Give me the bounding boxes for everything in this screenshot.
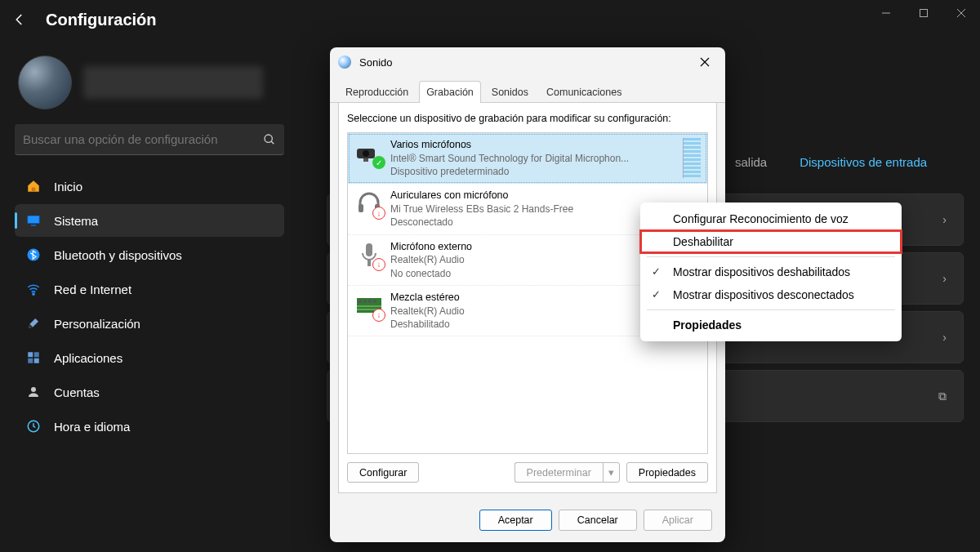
nav-cuentas[interactable]: Cuentas — [15, 376, 284, 408]
svg-rect-11 — [34, 352, 39, 357]
apply-button[interactable]: Aplicar — [644, 510, 712, 531]
headset-icon: ↓ — [354, 189, 384, 218]
svg-rect-6 — [28, 216, 39, 223]
nav-label: Hora e idioma — [54, 420, 130, 434]
svg-rect-24 — [359, 300, 362, 303]
nav-label: Bluetooth y dispositivos — [54, 248, 182, 262]
ctx-show-disconnected[interactable]: Mostrar dispositivos desconectados — [640, 283, 902, 306]
window-controls — [867, 0, 980, 39]
svg-point-9 — [33, 293, 34, 295]
cancel-button[interactable]: Cancelar — [559, 510, 637, 531]
avatar — [18, 56, 72, 109]
ok-button[interactable]: Aceptar — [479, 510, 552, 531]
svg-rect-26 — [368, 300, 372, 303]
nav-aplicaciones[interactable]: Aplicaciones — [15, 341, 284, 374]
nav-label: Aplicaciones — [54, 351, 122, 365]
open-icon: ⧉ — [938, 390, 947, 403]
personalization-icon — [26, 316, 41, 331]
device-item[interactable]: ✓ Varios micrófonos Intel® Smart Sound T… — [348, 133, 707, 184]
device-status: Desconectado — [390, 216, 573, 229]
close-button[interactable] — [942, 0, 980, 26]
bluetooth-icon — [26, 247, 41, 262]
svg-rect-4 — [32, 188, 36, 192]
set-default-dropdown[interactable]: ▾ — [603, 462, 620, 483]
separator — [647, 256, 895, 257]
dialog-close-button[interactable] — [693, 50, 717, 74]
stereo-mix-icon: ↓ — [354, 291, 384, 320]
nav-label: Cuentas — [54, 385, 100, 399]
chevron-right-icon: › — [942, 272, 947, 285]
separator — [647, 309, 895, 310]
tab-reproduccion[interactable]: Reproducción — [338, 81, 416, 103]
status-error-icon: ↓ — [372, 207, 385, 220]
search-input[interactable] — [23, 132, 263, 146]
back-button[interactable] — [7, 7, 33, 33]
status-error-icon: ↓ — [372, 309, 385, 322]
svg-rect-21 — [366, 243, 372, 256]
svg-rect-25 — [363, 300, 367, 303]
sound-icon — [338, 56, 351, 69]
svg-point-17 — [363, 150, 369, 157]
accounts-icon — [26, 385, 41, 399]
configure-button[interactable]: Configurar — [347, 462, 419, 483]
ctx-properties[interactable]: Propiedades — [640, 314, 902, 336]
device-buttons: Configurar Predeterminar ▾ Propiedades — [347, 462, 708, 483]
search-box[interactable] — [15, 124, 284, 155]
external-mic-icon: ↓ — [354, 240, 384, 269]
svg-point-14 — [31, 387, 36, 392]
nav-red[interactable]: Red e Internet — [15, 273, 284, 305]
device-name: Mezcla estéreo — [390, 291, 465, 305]
profile[interactable] — [15, 56, 284, 109]
home-icon — [26, 179, 41, 194]
svg-rect-22 — [368, 260, 371, 266]
apps-icon — [26, 350, 41, 365]
nav-bluetooth[interactable]: Bluetooth y dispositivos — [15, 238, 284, 271]
tab-grabacion[interactable]: Grabación — [419, 81, 481, 103]
tab-comunicaciones[interactable]: Comunicaciones — [539, 81, 629, 103]
device-name: Micrófono externo — [390, 240, 472, 254]
svg-rect-12 — [28, 358, 33, 363]
dialog-titlebar: Sonido — [330, 47, 725, 77]
nav-inicio[interactable]: Inicio — [15, 170, 284, 203]
set-default-button[interactable]: Predeterminar — [514, 462, 603, 483]
device-status: No conectado — [390, 267, 472, 280]
ctx-configure-voice[interactable]: Configurar Reconocimiento de voz — [640, 207, 902, 230]
status-error-icon: ↓ — [372, 258, 385, 271]
system-icon — [26, 213, 41, 228]
nav-sistema[interactable]: Sistema — [15, 204, 284, 237]
time-icon — [26, 419, 41, 434]
nav: Inicio Sistema Bluetooth y dispositivos … — [15, 170, 284, 443]
status-ok-icon: ✓ — [372, 156, 385, 169]
nav-label: Sistema — [54, 214, 98, 228]
device-driver: Intel® Smart Sound Technology for Digita… — [390, 152, 629, 165]
nav-label: Red e Internet — [54, 283, 131, 296]
nav-hora[interactable]: Hora e idioma — [15, 410, 284, 443]
svg-rect-18 — [363, 158, 368, 162]
tabs: Reproducción Grabación Sonidos Comunicac… — [330, 80, 725, 103]
network-icon — [26, 282, 41, 296]
output-devices-link[interactable]: salida — [735, 155, 767, 169]
ctx-disable[interactable]: Deshabilitar — [640, 230, 902, 253]
svg-rect-27 — [373, 300, 376, 303]
svg-rect-10 — [28, 352, 33, 357]
input-devices-link[interactable]: Dispositivos de entrada — [800, 155, 927, 169]
webcam-mic-icon: ✓ — [354, 138, 384, 167]
svg-rect-19 — [359, 204, 363, 212]
level-meter — [683, 138, 701, 178]
sidebar: Inicio Sistema Bluetooth y dispositivos … — [0, 49, 294, 443]
context-menu: Configurar Reconocimiento de voz Deshabi… — [640, 203, 902, 341]
svg-rect-7 — [31, 225, 36, 226]
svg-point-2 — [265, 135, 272, 142]
minimize-button[interactable] — [867, 0, 905, 26]
device-name: Varios micrófonos — [390, 138, 629, 152]
maximize-button[interactable] — [905, 0, 942, 26]
tab-sonidos[interactable]: Sonidos — [484, 81, 536, 103]
profile-info-redacted — [83, 66, 263, 99]
device-status: Dispositivo predeterminado — [390, 165, 629, 178]
ctx-show-disabled[interactable]: Mostrar dispositivos deshabilitados — [640, 260, 902, 283]
properties-button[interactable]: Propiedades — [626, 462, 708, 483]
nav-personalizacion[interactable]: Personalización — [15, 307, 284, 340]
nav-label: Personalización — [54, 317, 140, 331]
search-icon — [263, 133, 276, 146]
titlebar: Configuración — [0, 0, 980, 39]
